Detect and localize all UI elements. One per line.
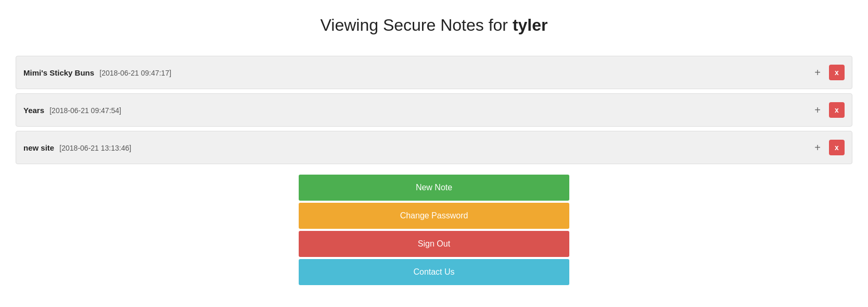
title-prefix: Viewing Secure Notes for (321, 16, 513, 34)
note-item: Mimi's Sticky Buns [2018-06-21 09:47:17]… (16, 56, 852, 89)
actions-container: New Note Change Password Sign Out Contac… (16, 175, 852, 287)
note-delete-button[interactable]: x (829, 140, 845, 155)
note-delete-button[interactable]: x (829, 102, 845, 118)
notes-list: Mimi's Sticky Buns [2018-06-21 09:47:17]… (16, 56, 852, 164)
page-title: Viewing Secure Notes for tyler (16, 16, 852, 35)
note-item: Years [2018-06-21 09:47:54]+x (16, 93, 852, 127)
sign-out-button[interactable]: Sign Out (299, 231, 569, 257)
note-timestamp: [2018-06-21 09:47:17] (99, 69, 171, 77)
change-password-button[interactable]: Change Password (299, 203, 569, 229)
note-title: Mimi's Sticky Buns [2018-06-21 09:47:17] (23, 68, 809, 77)
note-title: Years [2018-06-21 09:47:54] (23, 106, 809, 115)
note-expand-button[interactable]: + (809, 67, 826, 79)
username: tyler (513, 16, 548, 34)
note-timestamp: [2018-06-21 09:47:54] (49, 106, 121, 115)
new-note-button[interactable]: New Note (299, 175, 569, 201)
note-item: new site [2018-06-21 13:13:46]+x (16, 131, 852, 164)
note-expand-button[interactable]: + (809, 104, 826, 116)
contact-us-button[interactable]: Contact Us (299, 259, 569, 285)
note-delete-button[interactable]: x (829, 65, 845, 80)
note-timestamp: [2018-06-21 13:13:46] (59, 144, 131, 152)
note-title: new site [2018-06-21 13:13:46] (23, 143, 809, 152)
note-expand-button[interactable]: + (809, 142, 826, 154)
